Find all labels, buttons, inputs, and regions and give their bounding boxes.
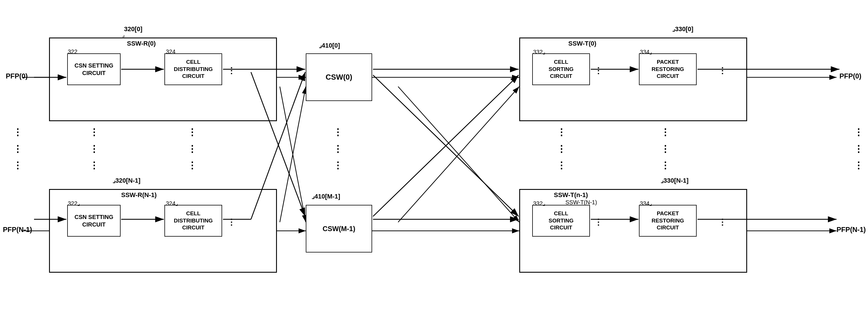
dots-ssw-t-top-right: ⋮	[718, 66, 726, 75]
pkt-restore-top-box: PACKETRESTORINGCIRCUIT	[639, 53, 696, 85]
cell-dist-bottom-ref: 324⌟	[166, 200, 178, 207]
svg-line-14	[280, 87, 306, 222]
cell-sort-bottom-box: CELLSORTINGCIRCUIT	[532, 205, 590, 237]
dots-ssw-t-mid: ⋮⋮⋮	[557, 124, 566, 174]
pkt-restore-bottom-box: PACKETRESTORINGCIRCUIT	[639, 205, 696, 237]
dots-ssw-r-mid: ⋮⋮⋮	[89, 124, 99, 174]
pkt-restore-top-ref: 334⌟	[640, 49, 652, 55]
csw-top-id: ⌟410[0]	[319, 42, 340, 49]
dots-ssw-t-bottom-right: ⋮	[718, 217, 726, 227]
ssw-r-bottom-label: SSW-R(N-1)	[121, 191, 157, 199]
ssw-t-bottom-label-n: SSW-T(n-1)	[554, 191, 588, 199]
pkt-restore-bottom-ref: 334⌟	[640, 200, 652, 207]
csw-top-box: CSW(0)	[306, 53, 372, 101]
ssw-t-top-id: ⌟330[0]	[672, 25, 693, 33]
svg-line-29	[373, 75, 519, 216]
diagram: 320[0] ⌟ SSW-R(0) CSN SETTINGCIRCUIT 322…	[0, 0, 868, 320]
pfp-top-input: PFP(0)	[6, 72, 28, 80]
ssw-r-top-id: 320[0]	[124, 25, 143, 33]
cell-dist-bottom-box: CELLDISTRIBUTINGCIRCUIT	[164, 205, 222, 237]
csn-top-box: CSN SETTINGCIRCUIT	[67, 53, 121, 85]
pfp-bottom-input: PFP(N-1)	[3, 226, 32, 234]
pfp-bottom-output: PFP(N-1)	[837, 226, 866, 234]
dots-pkt-mid: ⋮⋮⋮	[660, 124, 670, 174]
cell-dist-top-ref: 324	[166, 49, 176, 55]
dots-right: ⋮⋮⋮	[854, 124, 863, 174]
ssw-r-top-label: SSW-R(0)	[127, 40, 156, 47]
ssw-r-bottom-id: ⌟320[N-1]	[113, 177, 141, 184]
pfp-top-output: PFP(0)	[839, 72, 861, 80]
dots-csw-mid: ⋮⋮⋮	[333, 124, 342, 174]
dots-ssw-r-bottom-right: ⋮	[227, 217, 236, 227]
csn-bottom-box: CSN SETTINGCIRCUIT	[67, 205, 121, 237]
dots-ssw-r-top-right: ⋮	[227, 66, 236, 75]
svg-line-16	[398, 87, 519, 222]
cell-sort-top-box: CELLSORTINGCIRCUIT	[532, 53, 590, 85]
dots-ssw-t-bottom-mid: ⋮	[594, 217, 602, 227]
ssw-t-bottom-id: ⌟330[N-1]	[660, 177, 689, 184]
dots-left: ⋮⋮⋮	[13, 124, 22, 174]
cell-dist-top-box: CELLDISTRIBUTINGCIRCUIT	[164, 53, 222, 85]
csw-bottom-box: CSW(M-1)	[306, 205, 372, 253]
dots-ssw-t-top-mid: ⋮	[594, 66, 602, 75]
csn-bottom-ref: 322⌟	[68, 200, 80, 207]
csn-top-ref: 322	[68, 49, 77, 55]
cell-sort-top-ref: 332⌟	[533, 49, 545, 55]
ssw-t-top-label: SSW-T(0)	[568, 40, 596, 47]
csw-bottom-id: ⌟410[M-1]	[312, 193, 340, 200]
svg-line-17	[398, 87, 519, 222]
svg-line-28	[373, 75, 519, 216]
dots-cell-dist-mid: ⋮⋮⋮	[187, 124, 197, 174]
svg-line-15	[280, 87, 306, 222]
cell-sort-bottom-ref: 332⌟	[533, 200, 545, 207]
